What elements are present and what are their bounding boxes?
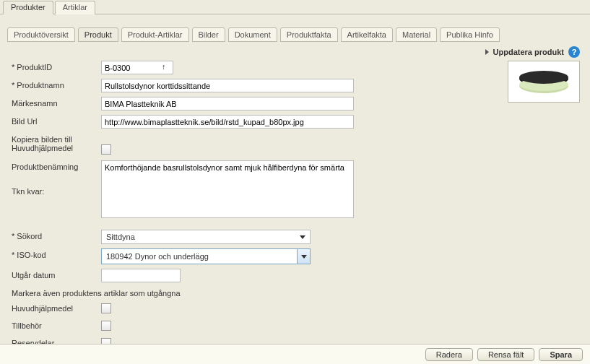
- spara-button[interactable]: Spara: [539, 348, 583, 361]
- top-tabs: Produkter Artiklar: [0, 0, 590, 14]
- tab-produkt[interactable]: Produkt: [78, 27, 118, 42]
- label-produktbenamning: Produktbenämning Tkn kvar:: [12, 160, 101, 196]
- label-kopiera: Kopiera bilden till Huvudhjälpmedel: [12, 133, 101, 152]
- label-utgar-datum: Utgår datum: [12, 269, 101, 280]
- tab-bilder[interactable]: Bilder: [192, 27, 225, 42]
- iso-kod-value: 180942 Dynor och underlägg: [102, 252, 209, 261]
- label-huvudhjalpmedel: Huvudhjälpmedel: [12, 302, 101, 313]
- tab-produktoversikt[interactable]: Produktöversikt: [7, 27, 75, 42]
- tillbehor-checkbox[interactable]: [101, 321, 111, 331]
- tab-dokument[interactable]: Dokument: [228, 27, 277, 42]
- lookup-icon[interactable]: ↑: [162, 62, 166, 71]
- help-icon[interactable]: ?: [568, 46, 580, 58]
- tab-artikelfakta[interactable]: Artikelfakta: [341, 27, 393, 42]
- rensa-falt-button[interactable]: Rensa fält: [477, 348, 535, 361]
- kopiera-checkbox[interactable]: [101, 144, 111, 155]
- tab-produktfakta[interactable]: Produktfakta: [280, 27, 338, 42]
- chevron-down-icon: [300, 235, 305, 239]
- tab-publika-hinfo[interactable]: Publika Hinfo: [440, 27, 500, 42]
- label-produktid: ProduktID: [12, 61, 101, 72]
- huvudhjalpmedel-checkbox[interactable]: [101, 303, 111, 313]
- iso-kod-dropdown-button[interactable]: [297, 249, 310, 264]
- label-markera: Markera även produktens artiklar som utg…: [12, 287, 181, 298]
- sokord-value: Sittdyna: [106, 233, 135, 241]
- radera-button[interactable]: Radera: [425, 348, 473, 361]
- tab-produkter[interactable]: Produkter: [3, 1, 53, 14]
- utgar-datum-input[interactable]: [101, 269, 181, 282]
- iso-kod-select[interactable]: 180942 Dynor och underlägg: [101, 248, 311, 264]
- chevron-down-icon: [301, 255, 307, 259]
- label-bild-url: Bild Url: [12, 115, 101, 126]
- label-produktnamn: Produktnamn: [12, 79, 101, 90]
- uppdatera-produkt-link[interactable]: Uppdatera produkt: [493, 48, 564, 56]
- bild-url-input[interactable]: [101, 115, 354, 129]
- label-tkn-kvar: Tkn kvar:: [12, 187, 44, 196]
- label-markesnamn: Märkesnamn: [12, 97, 101, 108]
- label-tillbehor: Tillbehör: [12, 319, 101, 330]
- label-sokord: Sökord: [12, 230, 101, 240]
- chevron-right-icon: [485, 49, 489, 55]
- markesnamn-input[interactable]: [101, 97, 354, 110]
- label-iso-kod: ISO-kod: [12, 248, 101, 259]
- tab-artiklar[interactable]: Artiklar: [55, 1, 95, 14]
- produktnamn-input[interactable]: [101, 79, 354, 92]
- tab-produkt-artiklar[interactable]: Produkt-Artiklar: [121, 27, 189, 42]
- produktbenamning-textarea[interactable]: [101, 160, 354, 218]
- tab-material[interactable]: Material: [396, 27, 437, 42]
- sokord-select[interactable]: Sittdyna: [101, 230, 311, 244]
- footer-bar: Radera Rensa fält Spara: [0, 344, 590, 364]
- sub-tabs: Produktöversikt Produkt Produkt-Artiklar…: [0, 14, 590, 42]
